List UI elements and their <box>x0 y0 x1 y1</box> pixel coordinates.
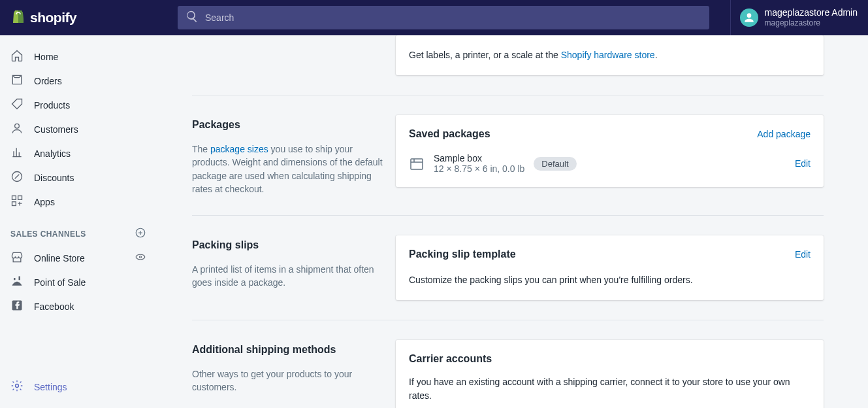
orders-icon <box>10 73 24 88</box>
svg-point-0 <box>15 124 20 128</box>
packing-slip-text: Customize the packing slips you can prin… <box>409 273 811 287</box>
section-description: A printed list of items in a shipment th… <box>192 263 383 290</box>
section-packages: Packages The package sizes you use to sh… <box>192 95 824 215</box>
svg-rect-2 <box>12 196 16 200</box>
pos-icon <box>10 275 24 290</box>
apps-icon <box>10 194 24 209</box>
svg-point-9 <box>16 384 19 388</box>
sidebar-item-label: Home <box>34 52 58 62</box>
sidebar-heading-sales-channels: SALES CHANNELS <box>0 214 157 246</box>
sidebar: Home Orders Products Customers Analytics… <box>0 35 157 408</box>
hardware-store-link[interactable]: Shopify hardware store <box>561 50 655 60</box>
user-store: mageplazastore <box>765 18 858 27</box>
card-title: Packing slip template <box>409 248 516 260</box>
svg-point-7 <box>140 256 142 258</box>
package-row: Sample box 12 × 8.75 × 6 in, 0.0 lb Defa… <box>409 153 811 174</box>
main-content: Get labels, a printer, or a scale at the… <box>157 35 868 408</box>
customers-icon <box>10 122 24 137</box>
carrier-accounts-card: Carrier accounts If you have an existing… <box>396 340 824 408</box>
section-heading: Additional shipping methods <box>192 344 383 356</box>
section-heading: Packing slips <box>192 239 383 251</box>
analytics-icon <box>10 146 24 161</box>
sidebar-item-label: Online Store <box>34 253 85 264</box>
brand-logo[interactable]: shopify <box>0 8 157 27</box>
package-icon <box>409 156 425 171</box>
discounts-icon <box>10 170 24 185</box>
view-store-icon[interactable] <box>135 251 146 265</box>
saved-packages-card: Saved packages Add package Sample box 12… <box>396 115 824 187</box>
sidebar-item-orders[interactable]: Orders <box>0 69 157 93</box>
package-dimensions: 12 × 8.75 × 6 in, 0.0 lb <box>434 163 524 174</box>
sidebar-item-pos[interactable]: Point of Sale <box>0 270 157 294</box>
home-icon <box>10 49 24 64</box>
sidebar-item-discounts[interactable]: Discounts <box>0 165 157 190</box>
svg-rect-3 <box>18 196 22 200</box>
shopify-bag-icon <box>10 8 26 27</box>
sidebar-item-label: Facebook <box>34 301 74 312</box>
avatar <box>740 8 758 27</box>
package-sizes-link[interactable]: package sizes <box>210 144 268 154</box>
user-texts: mageplazastore Admin mageplazastore <box>765 7 858 27</box>
package-name: Sample box <box>434 153 524 163</box>
hardware-text-after: . <box>655 50 658 60</box>
search-icon <box>185 10 199 26</box>
hardware-card: Get labels, a printer, or a scale at the… <box>396 35 824 75</box>
products-icon <box>10 97 24 112</box>
sidebar-item-settings[interactable]: Settings <box>0 375 157 399</box>
sidebar-item-label: Settings <box>34 382 67 392</box>
user-menu[interactable]: mageplazastore Admin mageplazastore <box>730 0 868 35</box>
carrier-text: If you have an existing account with a s… <box>409 375 811 403</box>
sidebar-item-label: Point of Sale <box>34 277 86 288</box>
sidebar-item-online-store[interactable]: Online Store <box>0 246 157 270</box>
default-badge: Default <box>534 157 576 171</box>
topbar: shopify mageplazastore Admin mageplazast… <box>0 0 868 35</box>
card-title: Carrier accounts <box>409 353 492 365</box>
sidebar-item-analytics[interactable]: Analytics <box>0 141 157 165</box>
sidebar-item-products[interactable]: Products <box>0 93 157 117</box>
gear-icon <box>10 379 24 394</box>
section-description: Other ways to get your products to your … <box>192 367 383 394</box>
sidebar-item-label: Products <box>34 100 70 110</box>
sidebar-item-label: Analytics <box>34 148 71 159</box>
search-wrap <box>157 6 730 29</box>
card-title: Saved packages <box>409 128 490 140</box>
add-channel-icon[interactable] <box>135 227 146 241</box>
sidebar-item-facebook[interactable]: Facebook <box>0 294 157 318</box>
section-additional-methods: Additional shipping methods Other ways t… <box>192 320 824 408</box>
edit-template-link[interactable]: Edit <box>795 249 811 260</box>
hardware-text-before: Get labels, a printer, or a scale at the <box>409 50 561 60</box>
facebook-icon <box>10 299 24 314</box>
sidebar-item-customers[interactable]: Customers <box>0 117 157 141</box>
store-icon <box>10 250 24 265</box>
svg-rect-10 <box>411 159 423 169</box>
section-heading: Packages <box>192 119 383 131</box>
packing-slip-card: Packing slip template Edit Customize the… <box>396 235 824 300</box>
svg-rect-4 <box>12 202 16 206</box>
sidebar-item-label: Discounts <box>34 173 74 183</box>
brand-text: shopify <box>30 10 76 26</box>
sidebar-item-label: Orders <box>34 76 62 86</box>
add-package-link[interactable]: Add package <box>757 129 811 139</box>
svg-point-6 <box>136 254 145 260</box>
sidebar-item-apps[interactable]: Apps <box>0 190 157 214</box>
sidebar-item-home[interactable]: Home <box>0 44 157 69</box>
edit-package-link[interactable]: Edit <box>795 158 811 169</box>
search-input[interactable] <box>205 12 701 23</box>
search-box[interactable] <box>178 6 709 29</box>
sidebar-item-label: Apps <box>34 197 55 207</box>
section-hardware: Get labels, a printer, or a scale at the… <box>192 35 824 95</box>
user-name: mageplazastore Admin <box>765 7 858 18</box>
section-description: The package sizes you use to ship your p… <box>192 143 383 196</box>
sidebar-heading-label: SALES CHANNELS <box>10 230 86 239</box>
section-packing-slips: Packing slips A printed list of items in… <box>192 215 824 320</box>
sidebar-item-label: Customers <box>34 124 78 135</box>
